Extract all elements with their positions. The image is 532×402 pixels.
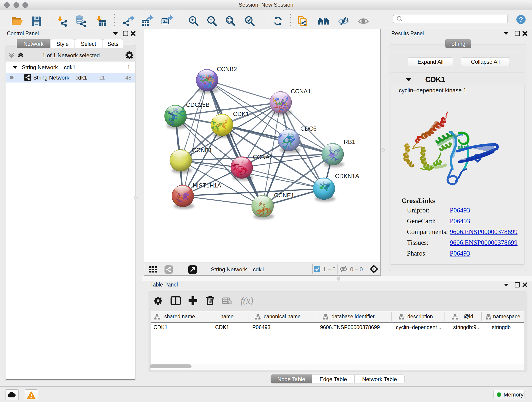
svg-text:CCNB1: CCNB1 <box>192 147 212 153</box>
svg-text:f(x): f(x) <box>241 295 253 306</box>
svg-text:CDC6: CDC6 <box>300 125 317 132</box>
svg-text:HIST1H1A: HIST1H1A <box>193 182 221 189</box>
svg-text:?: ? <box>519 16 523 23</box>
svg-text:String Network – cdk1: String Network – cdk1 <box>211 266 265 273</box>
svg-text:0 – 0: 0 – 0 <box>350 266 363 273</box>
svg-text:CCNB2: CCNB2 <box>217 65 237 72</box>
svg-text:CCNA1: CCNA1 <box>291 88 311 95</box>
svg-text:1 – 0: 1 – 0 <box>323 266 336 273</box>
svg-text:CDK1: CDK1 <box>233 110 249 117</box>
svg-text:CCNE1: CCNE1 <box>274 192 294 199</box>
svg-text:CDC25B: CDC25B <box>186 101 210 108</box>
svg-text:CDKN1A: CDKN1A <box>335 172 359 179</box>
svg-text:RB1: RB1 <box>344 138 355 145</box>
svg-text:CCNA2: CCNA2 <box>253 153 273 160</box>
